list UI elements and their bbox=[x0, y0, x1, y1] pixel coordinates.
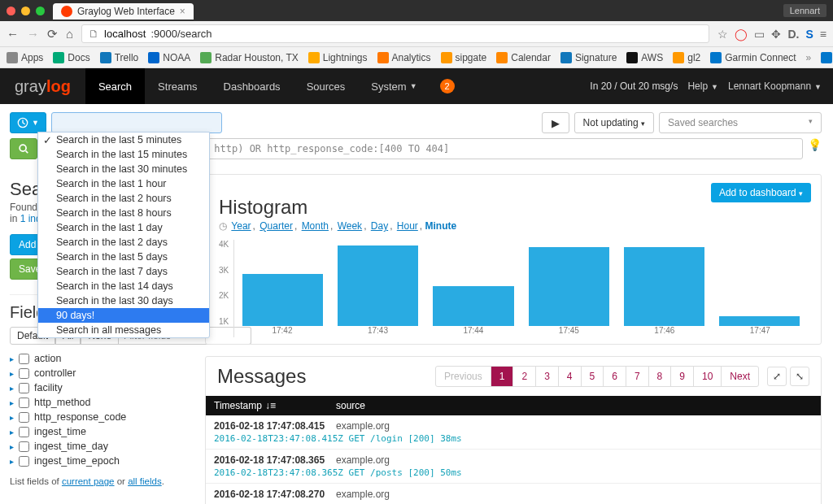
pager-page[interactable]: 3 bbox=[536, 367, 559, 386]
timerange-option[interactable]: Search in the last 30 days bbox=[38, 293, 209, 308]
timerange-option[interactable]: Search in all messages bbox=[38, 323, 209, 337]
field-item[interactable]: ▸action bbox=[10, 351, 192, 366]
nav-system[interactable]: System▼ bbox=[358, 68, 430, 104]
field-checkbox[interactable] bbox=[19, 354, 29, 364]
pager-prev[interactable]: Previous bbox=[436, 367, 491, 386]
resolution-week[interactable]: Week bbox=[338, 220, 362, 232]
forward-button[interactable]: → bbox=[27, 27, 39, 41]
s-icon[interactable]: S bbox=[805, 28, 813, 41]
bookmark-item[interactable]: Garmin Connect bbox=[710, 52, 796, 63]
pager-page[interactable]: 4 bbox=[559, 367, 582, 386]
collapse-icon[interactable]: ⤡ bbox=[790, 367, 809, 386]
back-button[interactable]: ← bbox=[7, 27, 19, 41]
nav-streams[interactable]: Streams bbox=[145, 68, 210, 104]
pager-page[interactable]: 5 bbox=[582, 367, 604, 386]
reload-button[interactable]: ⟳ bbox=[47, 27, 58, 41]
pager-next[interactable]: Next bbox=[722, 367, 758, 386]
histogram-bar[interactable] bbox=[242, 274, 323, 326]
timerange-option[interactable]: Search in the last 5 days bbox=[38, 250, 209, 264]
pager-page[interactable]: 8 bbox=[649, 367, 672, 386]
d-icon[interactable]: D. bbox=[787, 28, 799, 41]
zoom-window-icon[interactable] bbox=[36, 7, 45, 15]
url-bar[interactable]: 🗋 localhost:9000/search bbox=[81, 24, 709, 43]
timerange-option[interactable]: Search in the last 2 hours bbox=[38, 191, 209, 206]
timerange-option[interactable]: Search in the last 5 minutes bbox=[38, 133, 209, 147]
nav-search[interactable]: Search bbox=[85, 68, 145, 104]
bookmark-item[interactable]: Trello bbox=[100, 52, 139, 63]
pager-page[interactable]: 7 bbox=[626, 367, 649, 386]
current-page-link[interactable]: current page bbox=[62, 476, 115, 486]
bookmark-item[interactable]: AWS bbox=[626, 52, 663, 63]
close-window-icon[interactable] bbox=[7, 7, 15, 15]
minimize-window-icon[interactable] bbox=[21, 7, 30, 15]
timerange-option[interactable]: Search in the last 15 minutes bbox=[38, 147, 209, 162]
other-bookmarks[interactable]: Other Bookmarks bbox=[821, 52, 833, 63]
bookmark-item[interactable]: Radar Houston, TX bbox=[200, 52, 299, 63]
field-item[interactable]: ▸ingest_time_epoch bbox=[10, 454, 192, 468]
tab-close-icon[interactable]: × bbox=[180, 6, 185, 17]
field-checkbox[interactable] bbox=[19, 368, 29, 379]
timerange-type-button[interactable]: ▼ bbox=[10, 112, 46, 133]
pager-page[interactable]: 1 bbox=[491, 367, 514, 386]
field-item[interactable]: ▸ingest_time bbox=[10, 424, 192, 439]
chart-plot-area[interactable]: 17:4217:4317:4417:4517:4617:47 bbox=[233, 240, 808, 337]
user-menu[interactable]: Lennart Koopmann▼ bbox=[728, 80, 822, 92]
graylog-logo[interactable]: graylog bbox=[0, 77, 85, 96]
browser-tab[interactable]: Graylog Web Interface × bbox=[53, 3, 194, 20]
pager-page[interactable]: 9 bbox=[671, 367, 694, 386]
timerange-option[interactable]: Search in the last 2 days bbox=[38, 235, 209, 250]
resolution-day[interactable]: Day bbox=[371, 220, 388, 232]
timestamp-column-header[interactable]: Timestamp ↓≡ bbox=[206, 396, 328, 415]
timerange-option[interactable]: 90 days! bbox=[38, 308, 209, 323]
message-row[interactable]: 2016-02-18 17:47:08.270example.org bbox=[206, 484, 821, 504]
field-checkbox[interactable] bbox=[19, 398, 29, 408]
bookmark-item[interactable]: gl2 bbox=[673, 52, 700, 63]
histogram-bar[interactable] bbox=[529, 247, 609, 326]
bookmark-item[interactable]: sipgate bbox=[441, 52, 487, 63]
field-item[interactable]: ▸http_method bbox=[10, 395, 192, 410]
bookmark-item[interactable]: Signature bbox=[560, 52, 617, 63]
resolution-quarter[interactable]: Quarter bbox=[259, 220, 293, 232]
add-to-dashboard-button[interactable]: Add to dashboard ▾ bbox=[711, 183, 811, 202]
timerange-option[interactable]: Search in the last 14 days bbox=[38, 279, 209, 293]
nav-dashboards[interactable]: Dashboards bbox=[211, 68, 294, 104]
pager-page[interactable]: 6 bbox=[604, 367, 626, 386]
field-checkbox[interactable] bbox=[19, 456, 29, 467]
all-fields-link[interactable]: all fields bbox=[128, 476, 162, 486]
timerange-option[interactable]: Search in the last 1 day bbox=[38, 220, 209, 235]
field-checkbox[interactable] bbox=[19, 412, 29, 423]
message-row[interactable]: 2016-02-18 17:47:08.415example.org2016-0… bbox=[206, 415, 821, 450]
field-item[interactable]: ▸ingest_time_day bbox=[10, 439, 192, 454]
field-item[interactable]: ▸http_response_code bbox=[10, 410, 192, 424]
field-checkbox[interactable] bbox=[19, 427, 29, 437]
help-menu[interactable]: Help▼ bbox=[687, 80, 718, 92]
bookmark-item[interactable]: NOAA bbox=[148, 52, 190, 63]
source-column-header[interactable]: source bbox=[328, 396, 821, 415]
message-row[interactable]: 2016-02-18 17:47:08.365example.org2016-0… bbox=[206, 450, 821, 484]
histogram-bar[interactable] bbox=[433, 286, 513, 326]
field-checkbox[interactable] bbox=[19, 383, 29, 393]
bookmark-item[interactable]: Analytics bbox=[377, 52, 431, 63]
bookmark-item[interactable]: Docs bbox=[53, 52, 89, 63]
resolution-year[interactable]: Year bbox=[231, 220, 251, 232]
field-item[interactable]: ▸facility bbox=[10, 380, 192, 395]
notification-badge[interactable]: 2 bbox=[440, 79, 455, 93]
star-icon[interactable]: ☆ bbox=[717, 28, 728, 41]
field-checkbox[interactable] bbox=[19, 441, 29, 452]
timerange-select[interactable] bbox=[51, 112, 222, 133]
move-icon[interactable]: ✥ bbox=[771, 28, 781, 41]
timerange-option[interactable]: Search in the last 1 hour bbox=[38, 176, 209, 191]
resolution-month[interactable]: Month bbox=[302, 220, 329, 232]
opera-icon[interactable]: ◯ bbox=[735, 28, 748, 41]
resolution-minute[interactable]: Minute bbox=[425, 220, 457, 232]
menu-icon[interactable]: ≡ bbox=[820, 28, 826, 41]
histogram-bar[interactable] bbox=[338, 245, 418, 326]
bookmark-item[interactable]: Lightnings bbox=[308, 52, 368, 63]
histogram-bar[interactable] bbox=[624, 247, 704, 326]
timerange-option[interactable]: Search in the last 8 hours bbox=[38, 206, 209, 220]
histogram-bar[interactable] bbox=[719, 316, 800, 326]
run-search-button[interactable] bbox=[10, 138, 37, 159]
nav-sources[interactable]: Sources bbox=[294, 68, 359, 104]
pager-page[interactable]: 2 bbox=[513, 367, 536, 386]
timerange-option[interactable]: Search in the last 7 days bbox=[38, 264, 209, 279]
